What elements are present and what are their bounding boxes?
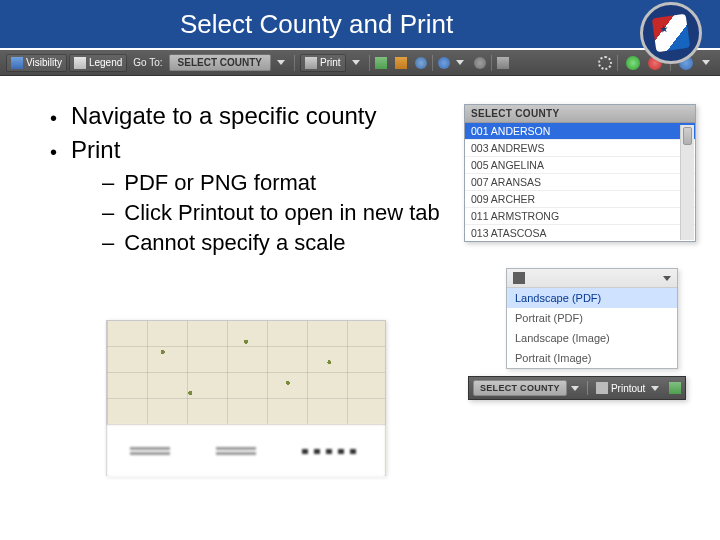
toolbar-separator <box>369 55 370 71</box>
print-label: Print <box>320 57 341 68</box>
printout-toolbar: SELECT COUNTY Printout <box>468 376 686 400</box>
slide-title: Select County and Print <box>180 9 453 40</box>
status-green-icon[interactable] <box>626 56 640 70</box>
texas-flag-icon: ★ <box>652 14 690 52</box>
printer-icon <box>596 382 608 394</box>
toolbar-separator <box>432 55 433 71</box>
chevron-down-icon[interactable] <box>651 386 659 391</box>
toolbar-separator <box>617 55 618 71</box>
page-icon <box>513 272 525 284</box>
scrollbar-thumb[interactable] <box>683 127 692 145</box>
visibility-label: Visibility <box>26 57 62 68</box>
chevron-down-icon[interactable] <box>456 60 464 65</box>
format-option-selected[interactable]: Landscape (PDF) <box>507 288 677 308</box>
county-dropdown-panel: SELECT COUNTY 001 ANDERSON 003 ANDREWS 0… <box>464 104 696 242</box>
format-option[interactable]: Portrait (Image) <box>507 348 677 368</box>
chevron-down-icon <box>663 276 671 281</box>
legend-button[interactable]: Legend <box>69 54 127 72</box>
printout-label: Printout <box>611 383 645 394</box>
toolbar-separator <box>294 55 295 71</box>
chevron-down-icon[interactable] <box>702 60 710 65</box>
print-button[interactable]: Print <box>300 54 346 72</box>
slide-title-bar: Select County and Print <box>0 0 720 48</box>
chevron-down-icon[interactable] <box>571 386 579 391</box>
map-toolbar: Visibility Legend Go To: SELECT COUNTY P… <box>0 48 720 76</box>
printer-icon <box>305 57 317 69</box>
target-icon[interactable] <box>598 56 612 70</box>
legend-label: Legend <box>89 57 122 68</box>
visibility-icon <box>11 57 23 69</box>
select-county-button[interactable]: SELECT COUNTY <box>169 54 271 71</box>
county-option[interactable]: 009 ARCHER <box>465 191 695 208</box>
globe-icon[interactable] <box>415 57 427 69</box>
layers-icon[interactable] <box>395 57 407 69</box>
printout-button[interactable]: Printout <box>596 382 645 394</box>
visibility-button[interactable]: Visibility <box>6 54 67 72</box>
county-option[interactable]: 013 ATASCOSA <box>465 225 695 241</box>
county-dropdown-header: SELECT COUNTY <box>465 105 695 123</box>
county-option[interactable]: 011 ARMSTRONG <box>465 208 695 225</box>
county-list: 001 ANDERSON 003 ANDREWS 005 ANGELINA 00… <box>465 123 695 241</box>
star-icon: ★ <box>659 22 669 34</box>
goto-label: Go To: <box>129 57 166 68</box>
toolbar-separator <box>587 381 588 395</box>
county-option[interactable]: 005 ANGELINA <box>465 157 695 174</box>
select-county-mini[interactable]: SELECT COUNTY <box>473 380 567 396</box>
select-county-label: SELECT COUNTY <box>178 57 262 68</box>
tool-icon[interactable] <box>497 57 509 69</box>
agency-logo: ★ <box>640 2 702 64</box>
grid-icon[interactable] <box>669 382 681 394</box>
grid-icon[interactable] <box>375 57 387 69</box>
print-format-popup: Landscape (PDF) Portrait (PDF) Landscape… <box>506 268 678 369</box>
county-option[interactable]: 007 ARANSAS <box>465 174 695 191</box>
county-option[interactable]: 003 ANDREWS <box>465 140 695 157</box>
scrollbar[interactable] <box>680 125 694 240</box>
format-option[interactable]: Portrait (PDF) <box>507 308 677 328</box>
legend-icon <box>74 57 86 69</box>
county-option[interactable]: 001 ANDERSON <box>465 123 695 140</box>
map-preview <box>106 320 386 476</box>
chevron-down-icon[interactable] <box>277 60 285 65</box>
toolbar-separator <box>491 55 492 71</box>
tool-icon[interactable] <box>474 57 486 69</box>
format-option[interactable]: Landscape (Image) <box>507 328 677 348</box>
info-icon[interactable] <box>438 57 450 69</box>
chevron-down-icon[interactable] <box>352 60 360 65</box>
map-canvas <box>107 321 385 425</box>
map-legend-area <box>107 425 385 477</box>
format-dropdown-trigger[interactable] <box>507 269 677 288</box>
